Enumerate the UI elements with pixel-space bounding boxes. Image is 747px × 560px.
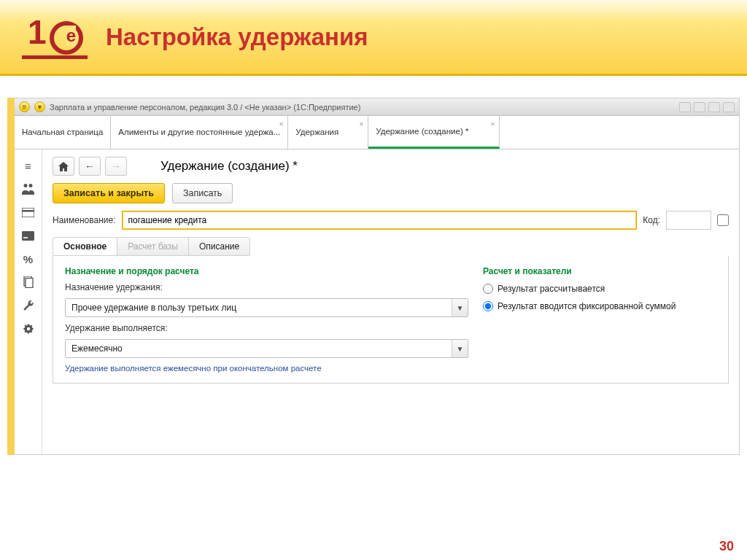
flag-checkbox[interactable] (717, 214, 729, 226)
save-button[interactable]: Записать (172, 183, 233, 203)
back-button[interactable]: ← (79, 157, 101, 176)
section-calc-title: Расчет и показатели (483, 266, 716, 276)
subtab-base[interactable]: Расчет базы (117, 238, 189, 255)
purpose-select[interactable]: Прочее удержание в пользу третьих лиц ▼ (65, 298, 468, 317)
frequency-hint: Удержание выполняется ежемесячно при око… (65, 364, 468, 373)
wrench-icon[interactable] (22, 300, 35, 311)
subtab-description[interactable]: Описание (189, 238, 249, 255)
logo-1c: 1 e (22, 15, 88, 59)
svg-rect-1 (22, 210, 34, 212)
tab-label: Удержание (создание) * (376, 126, 468, 136)
save-and-close-button[interactable]: Записать и закрыть (53, 183, 165, 203)
tab-alimony[interactable]: Алименты и другие постоянные удержа... × (111, 116, 288, 149)
close-icon[interactable]: × (279, 120, 283, 128)
radio-fixed-input[interactable] (483, 301, 493, 311)
chevron-down-icon: ▼ (452, 340, 468, 357)
section-purpose-title: Назначение и порядок расчета (65, 266, 468, 276)
tab-label: Алименты и другие постоянные удержа... (118, 127, 280, 137)
panel-right: Расчет и показатели Результат рассчитыва… (483, 266, 716, 373)
svg-rect-3 (23, 237, 28, 238)
people-icon[interactable] (22, 183, 35, 195)
form-content: ← → Удержание (создание) * Записать и за… (42, 149, 739, 454)
slide-header: 1 e Настройка удержания (0, 0, 747, 76)
card-icon[interactable] (22, 206, 35, 218)
purpose-value: Прочее удержание в пользу третьих лиц (66, 303, 452, 313)
tab-label: Удержания (295, 127, 338, 137)
chevron-down-icon: ▼ (452, 299, 468, 316)
app-titlebar: ≡ ▾ Зарплата и управление персоналом, ре… (15, 98, 739, 116)
page-number: 30 (719, 539, 734, 554)
code-label: Код: (643, 215, 660, 225)
titlebar-dropdown-icon[interactable]: ▾ (34, 101, 45, 112)
tab-home[interactable]: Начальная страница (15, 116, 111, 149)
purpose-label: Назначение удержания: (65, 282, 468, 292)
titlebar-tool-2-icon[interactable] (694, 102, 705, 112)
documents-icon[interactable] (22, 276, 35, 288)
radio-calculated-label: Результат рассчитывается (498, 284, 605, 294)
titlebar-menu-icon[interactable]: ≡ (19, 101, 30, 112)
sub-tabs: Основное Расчет базы Описание (53, 237, 250, 256)
radio-fixed-label: Результат вводится фиксированной суммой (498, 301, 676, 311)
frequency-value: Ежемесячно (66, 343, 452, 354)
name-input[interactable] (122, 211, 638, 230)
frequency-select[interactable]: Ежемесячно ▼ (65, 339, 468, 358)
panel-left: Назначение и порядок расчета Назначение … (65, 266, 468, 373)
titlebar-tool-4-icon[interactable] (723, 102, 735, 112)
frequency-label: Удержание выполняется: (65, 323, 468, 333)
nav-sidebar: ≡ % (15, 149, 42, 454)
percent-icon[interactable]: % (22, 253, 35, 265)
name-row: Наименование: Код: (53, 211, 729, 230)
radio-calculated[interactable]: Результат рассчитывается (483, 284, 716, 294)
home-button[interactable] (53, 157, 74, 176)
form-title: Удержание (создание) * (160, 159, 298, 174)
name-label: Наименование: (53, 215, 116, 225)
tab-label: Начальная страница (22, 127, 103, 137)
titlebar-tool-3-icon[interactable] (708, 102, 720, 112)
subtab-main[interactable]: Основное (53, 238, 117, 255)
radio-calculated-input[interactable] (483, 284, 493, 294)
payment-icon[interactable] (22, 230, 35, 241)
tab-deductions[interactable]: Удержания × (288, 116, 368, 149)
main-panel: Назначение и порядок расчета Назначение … (53, 256, 729, 384)
svg-rect-0 (22, 208, 34, 217)
tab-deduction-create[interactable]: Удержание (создание) * × (368, 116, 500, 149)
forward-button[interactable]: → (105, 157, 127, 176)
titlebar-tool-1-icon[interactable] (679, 102, 691, 112)
close-icon[interactable]: × (359, 120, 363, 128)
close-icon[interactable]: × (490, 120, 495, 128)
app-window: ≡ ▾ Зарплата и управление персоналом, ре… (7, 98, 740, 455)
slide-title: Настройка удержания (106, 23, 368, 51)
gear-icon[interactable] (22, 323, 35, 335)
document-tabs: Начальная страница Алименты и другие пос… (15, 116, 739, 149)
svg-rect-5 (26, 279, 33, 288)
app-title: Зарплата и управление персоналом, редакц… (50, 103, 360, 112)
radio-fixed[interactable]: Результат вводится фиксированной суммой (483, 301, 716, 311)
code-input[interactable] (666, 211, 711, 230)
nav-toolbar: ← → Удержание (создание) * (53, 157, 729, 176)
action-row: Записать и закрыть Записать (53, 183, 729, 203)
menu-icon[interactable]: ≡ (22, 160, 35, 171)
svg-rect-2 (22, 231, 34, 241)
